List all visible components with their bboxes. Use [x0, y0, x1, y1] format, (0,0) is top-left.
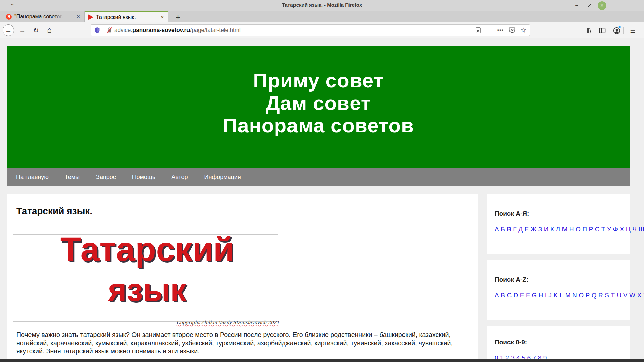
alphabet-link[interactable]: Л: [556, 226, 560, 233]
alphabet-link[interactable]: Ф: [613, 226, 618, 233]
alphabet-link[interactable]: П: [582, 226, 587, 233]
banner-line: Приму совет: [7, 69, 630, 92]
alphabet-link[interactable]: F: [526, 292, 530, 299]
image-word-1: Татарский: [16, 230, 278, 268]
webpage-viewport: Приму советДам советПанорама советов На …: [0, 38, 644, 362]
alphabet-link[interactable]: P: [586, 292, 590, 299]
site-banner: Приму советДам советПанорама советов: [7, 46, 630, 168]
back-button[interactable]: ←: [3, 24, 14, 36]
insecure-lock-icon[interactable]: [106, 27, 112, 33]
divider: [623, 27, 624, 34]
site-nav-link[interactable]: Информация: [204, 174, 241, 181]
navigation-toolbar: ← → ↻ ⌂ advice.panorama-sovetov.ru/page/…: [0, 22, 644, 38]
tab-tatar-language[interactable]: Татарский язык. ×: [85, 11, 168, 22]
alphabet-link[interactable]: К: [550, 226, 554, 233]
alphabet-link[interactable]: N: [572, 292, 577, 299]
alphabet-link[interactable]: E: [520, 292, 524, 299]
alphabet-link[interactable]: Q: [592, 292, 597, 299]
firefox-window: ⌄ Татарский язык. - Mozilla Firefox − ✕ …: [0, 0, 644, 362]
account-icon[interactable]: [612, 26, 621, 35]
site-nav-link[interactable]: Автор: [171, 174, 188, 181]
reader-mode-icon[interactable]: [476, 27, 481, 33]
maximize-button[interactable]: [585, 1, 594, 10]
alphabet-link[interactable]: T: [611, 292, 615, 299]
minimize-button[interactable]: −: [572, 1, 581, 10]
divider: [489, 27, 489, 34]
tracking-protection-shield-icon[interactable]: [94, 27, 100, 34]
bottom-edge-strip: [0, 359, 644, 362]
tab-panorama-sovetov[interactable]: Я "Панорама советов ×: [3, 11, 85, 22]
alphabet-link[interactable]: I: [545, 292, 547, 299]
tab-close-icon[interactable]: ×: [160, 14, 165, 21]
alphabet-link[interactable]: Х: [620, 226, 624, 233]
alphabet-link[interactable]: Ч: [632, 226, 637, 233]
site-nav-link[interactable]: Темы: [65, 174, 80, 181]
alphabet-link[interactable]: B: [501, 292, 505, 299]
divider: [103, 27, 103, 34]
window-titlebar: ⌄ Татарский язык. - Mozilla Firefox − ✕: [0, 0, 644, 11]
alphabet-link[interactable]: З: [538, 226, 542, 233]
alphabet-link[interactable]: Б: [501, 226, 505, 233]
alphabet-link[interactable]: Ж: [531, 226, 537, 233]
alphabet-link[interactable]: Д: [518, 226, 523, 233]
bookmark-star-icon[interactable]: ☆: [520, 26, 526, 34]
alphabet-link[interactable]: А: [495, 226, 499, 233]
forward-button[interactable]: →: [17, 24, 28, 36]
site-nav-link[interactable]: Помощь: [132, 174, 156, 181]
site-nav: На главнуюТемыЗапросПомощьАвторИнформаци…: [7, 168, 630, 186]
reload-button[interactable]: ↻: [30, 24, 42, 36]
alphabet-link[interactable]: L: [560, 292, 564, 299]
pocket-icon[interactable]: [509, 27, 515, 33]
alphabet-link[interactable]: О: [576, 226, 581, 233]
alphabet-link[interactable]: S: [605, 292, 609, 299]
alphabet-link[interactable]: R: [598, 292, 603, 299]
urlbar-actions: ⋯ ☆: [476, 26, 526, 34]
alphabet-link[interactable]: Р: [589, 226, 593, 233]
alphabet-link[interactable]: У: [607, 226, 611, 233]
search-digits-card: Поиск 0-9: 0123456789: [487, 326, 630, 359]
alphabet-link[interactable]: J: [548, 292, 552, 299]
alphabet-link[interactable]: Ц: [626, 226, 631, 233]
alphabet-link[interactable]: K: [553, 292, 558, 299]
window-controls: − ✕: [572, 0, 606, 11]
alphabet-link[interactable]: A: [495, 292, 499, 299]
sidebar-toggle-icon[interactable]: [598, 26, 607, 35]
alphabet-link[interactable]: М: [562, 226, 567, 233]
alphabet-link[interactable]: X: [637, 292, 641, 299]
hamburger-menu-icon[interactable]: ≡: [628, 26, 637, 35]
alphabet-link[interactable]: H: [538, 292, 543, 299]
latin-letter-links: ABCDEFGHIJKLMNOPQRSTUVWXYZ: [495, 291, 624, 299]
home-button[interactable]: ⌂: [44, 24, 55, 36]
alphabet-link[interactable]: W: [629, 292, 635, 299]
image-copyright: Copyright Zhilkin Vasily Stanislavovich …: [177, 320, 279, 325]
tab-close-icon[interactable]: ×: [76, 13, 81, 20]
alphabet-link[interactable]: U: [617, 292, 622, 299]
alphabet-link[interactable]: Т: [601, 226, 605, 233]
site-nav-link[interactable]: Запрос: [96, 174, 116, 181]
image-word-2: язык: [16, 272, 278, 308]
close-button[interactable]: ✕: [598, 1, 606, 10]
alphabet-link[interactable]: Н: [569, 226, 574, 233]
alphabet-link[interactable]: O: [579, 292, 584, 299]
tab-label: Татарский язык.: [96, 14, 136, 20]
alphabet-link[interactable]: G: [532, 292, 537, 299]
search-cyrillic-title: Поиск А-Я:: [495, 210, 630, 217]
alphabet-link[interactable]: V: [623, 292, 628, 299]
article-paragraph: Почему важно знать татарский язык? Он за…: [16, 330, 470, 355]
alphabet-link[interactable]: Г: [513, 226, 517, 233]
search-cyrillic-card: Поиск А-Я: АБВГДЕЖЗИКЛМНОПРСТУФХЦЧШЩЭЮЯ: [487, 194, 630, 254]
page-actions-icon[interactable]: ⋯: [497, 26, 504, 34]
alphabet-link[interactable]: Е: [525, 226, 529, 233]
new-tab-button[interactable]: +: [174, 12, 182, 22]
alphabet-link[interactable]: С: [595, 226, 600, 233]
alphabet-link[interactable]: В: [507, 226, 511, 233]
alphabet-link[interactable]: C: [507, 292, 512, 299]
library-icon[interactable]: [584, 26, 593, 35]
alphabet-link[interactable]: M: [565, 292, 571, 299]
url-bar[interactable]: advice.panorama-sovetov.ru/page/tatar-te…: [91, 24, 530, 36]
alphabet-link[interactable]: И: [544, 226, 549, 233]
alphabet-link[interactable]: Ш: [638, 226, 644, 233]
yandex-favicon-icon: Я: [6, 14, 12, 20]
alphabet-link[interactable]: D: [514, 292, 518, 299]
site-nav-link[interactable]: На главную: [16, 174, 49, 181]
